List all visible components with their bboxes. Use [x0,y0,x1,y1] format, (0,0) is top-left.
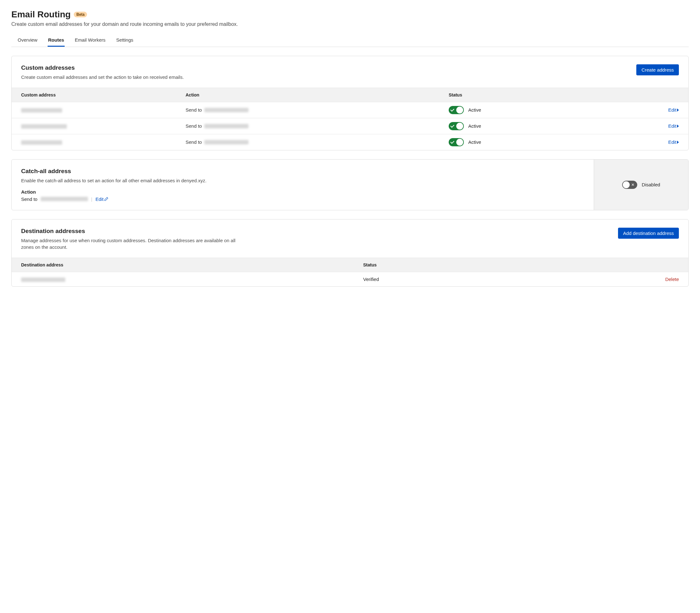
catchall-desc: Enable the catch-all address to set an a… [21,177,248,184]
beta-badge: Beta [74,12,87,17]
action-dest-redacted [204,108,248,112]
action-prefix: Send to [186,139,202,145]
catchall-title: Catch-all address [21,168,584,175]
status-label: Active [468,139,481,145]
col-header-address: Custom address [21,92,186,97]
title-row: Email Routing Beta [11,10,689,19]
custom-address-redacted [21,108,62,113]
catchall-left: Catch-all address Enable the catch-all a… [12,159,594,210]
page-subtitle: Create custom email addresses for your d… [11,22,689,27]
tab-email-workers[interactable]: Email Workers [74,34,106,47]
separator: | [91,196,92,202]
custom-address-redacted [21,140,62,145]
tab-bar: Overview Routes Email Workers Settings [11,34,689,47]
destination-card: Destination addresses Manage addresses f… [11,219,689,287]
col-header-status: Status [449,92,613,97]
action-dest-redacted [204,124,248,128]
edit-link[interactable]: Edit [668,139,679,145]
catchall-send-prefix: Send to [21,196,38,202]
caret-right-icon [677,108,679,112]
action-dest-redacted [204,140,248,144]
status-toggle[interactable] [449,138,464,146]
table-row: Verified Delete [12,272,688,286]
table-row: Send to Active Edit [12,134,688,150]
custom-card-header: Custom addresses Create custom email add… [12,56,688,88]
catchall-action-line: Send to | Edit [21,196,584,202]
destination-desc: Manage addresses for use when routing cu… [21,237,248,251]
action-prefix: Send to [186,107,202,113]
catchall-card: Catch-all address Enable the catch-all a… [11,159,689,210]
x-icon: ✕ [631,183,634,187]
catchall-edit-link[interactable]: Edit [95,196,109,202]
col-header-dest-status: Status [363,262,593,268]
table-row: Send to Active Edit [12,102,688,118]
col-header-dest-address: Destination address [21,262,363,268]
tab-settings[interactable]: Settings [116,34,134,47]
custom-address-redacted [21,124,67,129]
create-address-button[interactable]: Create address [636,64,679,75]
caret-right-icon [677,141,679,144]
destination-table-header: Destination address Status [12,258,688,272]
destination-title: Destination addresses [21,228,248,235]
dest-address-redacted [21,277,65,282]
status-label: Active [468,123,481,129]
col-header-action: Action [186,92,449,97]
edit-link[interactable]: Edit [668,107,679,113]
catchall-action-label: Action [21,189,584,195]
tab-overview[interactable]: Overview [17,34,38,47]
tab-routes[interactable]: Routes [48,34,65,47]
delete-link[interactable]: Delete [665,276,679,282]
custom-desc: Create custom email addresses and set th… [21,74,184,81]
page-title: Email Routing [11,10,70,19]
status-label: Active [468,107,481,113]
catchall-dest-redacted [41,197,88,201]
status-toggle[interactable] [449,122,464,130]
edit-link[interactable]: Edit [668,123,679,129]
table-row: Send to Active Edit [12,118,688,134]
page-header: Email Routing Beta Create custom email a… [11,10,689,27]
dest-status: Verified [363,276,593,282]
destination-header: Destination addresses Manage addresses f… [12,220,688,258]
custom-addresses-card: Custom addresses Create custom email add… [11,56,689,151]
action-prefix: Send to [186,123,202,129]
catchall-toggle[interactable]: ✕ [622,181,637,189]
pencil-icon [104,197,108,201]
caret-right-icon [677,125,679,128]
custom-table-header: Custom address Action Status [12,88,688,102]
status-toggle[interactable] [449,106,464,114]
custom-title: Custom addresses [21,64,184,71]
add-destination-button[interactable]: Add destination address [618,228,679,239]
catchall-status-label: Disabled [642,182,660,187]
catchall-status-panel: ✕ Disabled [594,159,688,210]
